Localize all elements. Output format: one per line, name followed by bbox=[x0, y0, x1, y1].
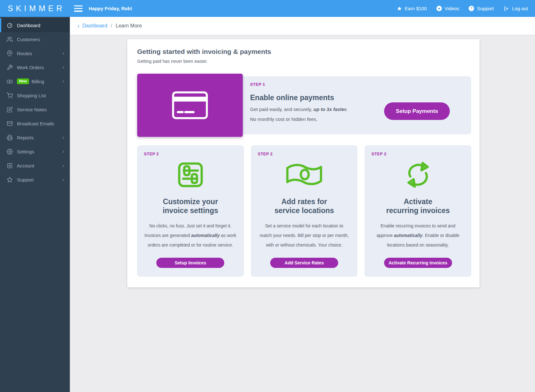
sidebar-item-label: Reports bbox=[17, 135, 63, 140]
sidebar-item-reports[interactable]: Reports › bbox=[0, 130, 70, 144]
card-body: Enable recurring invoices to send and ap… bbox=[376, 221, 459, 250]
sidebar-item-label: Account bbox=[17, 163, 63, 168]
breadcrumb-separator: / bbox=[111, 23, 112, 29]
chevron-right-icon: › bbox=[63, 149, 64, 154]
shopping-cart-icon bbox=[7, 92, 13, 99]
chevron-right-icon: › bbox=[63, 163, 64, 168]
step1-text: STEP 1 Enable online payments Get paid e… bbox=[250, 82, 347, 122]
videos-link[interactable]: ▶ Videos bbox=[436, 6, 459, 11]
envelope-icon bbox=[7, 121, 13, 127]
work-orders-icon bbox=[7, 64, 13, 70]
sidebar-item-service-notes[interactable]: Service Notes bbox=[0, 102, 70, 116]
sidebar-item-label: Billing bbox=[32, 79, 63, 84]
sidebar-item-routes[interactable]: Routes › bbox=[0, 46, 70, 60]
card-title: Customize yourinvoice settings bbox=[163, 197, 218, 215]
card-title: Add rates forservice locations bbox=[274, 197, 334, 215]
step2-label: STEP 2 bbox=[371, 152, 386, 156]
sidebar-item-label: Routes bbox=[17, 51, 63, 56]
logout-link[interactable]: Log out bbox=[503, 6, 528, 11]
logout-icon bbox=[503, 6, 509, 11]
step-card-invoice-settings: STEP 2 Customize yourinvoice settings No… bbox=[137, 145, 244, 277]
step2-row: STEP 2 Customize yourinvoice settings No… bbox=[137, 145, 471, 277]
sidebar-item-shopping-list[interactable]: Shopping List bbox=[0, 88, 70, 102]
greeting-text: Happy Friday, Rob! bbox=[89, 6, 132, 11]
step-card-service-rates: STEP 2 Add rates forservice locations Se… bbox=[251, 145, 358, 277]
page-subtitle: Getting paid has never been easier. bbox=[137, 59, 471, 64]
add-service-rates-button[interactable]: Add Service Rates bbox=[270, 258, 338, 268]
card-body: No clicks, no fuss. Just set it and forg… bbox=[145, 221, 236, 250]
earn-link[interactable]: Earn $100 bbox=[397, 6, 427, 11]
page-title: Getting started with invoicing & payment… bbox=[137, 48, 471, 55]
back-chevron-icon[interactable]: ‹ bbox=[78, 23, 79, 29]
getting-started-card: Getting started with invoicing & payment… bbox=[127, 39, 479, 287]
chevron-right-icon: › bbox=[63, 135, 64, 140]
sliders-icon bbox=[176, 161, 204, 189]
breadcrumb-dashboard-link[interactable]: Dashboard bbox=[82, 23, 107, 29]
videos-label: Videos bbox=[445, 6, 459, 11]
step1-body-line1: Get paid easily, and securely, up to 3x … bbox=[250, 107, 347, 112]
dashboard-icon bbox=[7, 22, 13, 28]
hamburger-icon bbox=[74, 5, 83, 7]
gear-icon bbox=[7, 149, 13, 155]
sidebar-item-broadcast-emails[interactable]: Broadcast Emails bbox=[0, 116, 70, 130]
sidebar-item-label: Service Notes bbox=[17, 107, 64, 112]
support-link[interactable]: ? Support bbox=[469, 6, 494, 11]
setup-payments-button[interactable]: Setup Payments bbox=[384, 102, 450, 120]
star-outline-icon bbox=[7, 177, 13, 183]
credit-card-icon bbox=[172, 91, 208, 119]
step1-label: STEP 1 bbox=[250, 82, 347, 87]
step1-panel: STEP 1 Enable online payments Get paid e… bbox=[243, 76, 471, 134]
sidebar-item-support[interactable]: Support › bbox=[0, 173, 70, 187]
star-icon bbox=[397, 6, 402, 11]
money-bill-icon bbox=[285, 161, 324, 189]
sidebar-item-work-orders[interactable]: Work Orders › bbox=[0, 60, 70, 74]
card-title: Activaterecurring invoices bbox=[386, 197, 450, 215]
activate-recurring-invoices-button[interactable]: Activate Recurring Invoices bbox=[384, 258, 452, 268]
step1-title: Enable online payments bbox=[250, 93, 347, 102]
support-label: Support bbox=[477, 6, 494, 11]
chevron-right-icon: › bbox=[63, 177, 64, 182]
sidebar-item-settings[interactable]: Settings › bbox=[0, 144, 70, 159]
recurring-icon bbox=[403, 161, 433, 189]
step1-row: STEP 1 Enable online payments Get paid e… bbox=[137, 74, 471, 137]
play-circle-icon: ▶ bbox=[436, 6, 442, 11]
sidebar-item-dashboard[interactable]: Dashboard bbox=[0, 18, 70, 32]
step2-label: STEP 2 bbox=[144, 152, 159, 156]
sidebar-item-label: Customers bbox=[17, 37, 64, 42]
new-badge: New bbox=[17, 78, 29, 84]
header-links: Earn $100 ▶ Videos ? Support Log out bbox=[397, 6, 528, 11]
credit-card-graphic bbox=[137, 74, 243, 137]
sidebar-item-label: Shopping List bbox=[17, 93, 64, 98]
sidebar-item-label: Settings bbox=[17, 149, 63, 154]
card-body: Set a service model for each location to… bbox=[260, 221, 349, 250]
step2-label: STEP 2 bbox=[258, 152, 273, 156]
id-card-icon bbox=[7, 163, 13, 169]
breadcrumb-current: Learn More bbox=[116, 23, 142, 29]
edit-icon bbox=[7, 107, 13, 113]
sidebar: Dashboard Customers Routes › Work Orders… bbox=[0, 17, 70, 392]
routes-icon bbox=[7, 50, 13, 56]
sidebar-nav: Dashboard Customers Routes › Work Orders… bbox=[0, 17, 70, 187]
step-card-recurring-invoices: STEP 2 Activaterecurring invoices Enable… bbox=[365, 145, 471, 277]
sidebar-item-customers[interactable]: Customers bbox=[0, 32, 70, 46]
customers-icon bbox=[7, 36, 13, 42]
app-logo: SKIMMER bbox=[5, 4, 65, 13]
logo-area: SKIMMER bbox=[0, 4, 70, 13]
sidebar-item-label: Work Orders bbox=[17, 65, 63, 70]
billing-icon bbox=[7, 78, 13, 85]
chevron-right-icon: › bbox=[63, 65, 64, 70]
printer-icon bbox=[7, 135, 13, 141]
earn-label: Earn $100 bbox=[405, 6, 427, 11]
menu-toggle-button[interactable] bbox=[74, 5, 83, 12]
chevron-right-icon: › bbox=[63, 79, 64, 84]
chevron-right-icon: › bbox=[63, 51, 64, 56]
step1-body-line2: No monthly cost or hidden fees. bbox=[250, 116, 347, 122]
sidebar-item-account[interactable]: Account › bbox=[0, 159, 70, 173]
question-circle-icon: ? bbox=[469, 6, 474, 11]
logout-label: Log out bbox=[512, 6, 528, 11]
setup-invoices-button[interactable]: Setup Invoices bbox=[156, 258, 224, 268]
sidebar-item-billing[interactable]: New Billing › bbox=[0, 74, 70, 88]
top-header: SKIMMER Happy Friday, Rob! Earn $100 ▶ V… bbox=[0, 0, 535, 17]
sidebar-item-label: Broadcast Emails bbox=[17, 121, 64, 126]
breadcrumb: ‹ Dashboard / Learn More bbox=[70, 17, 535, 35]
